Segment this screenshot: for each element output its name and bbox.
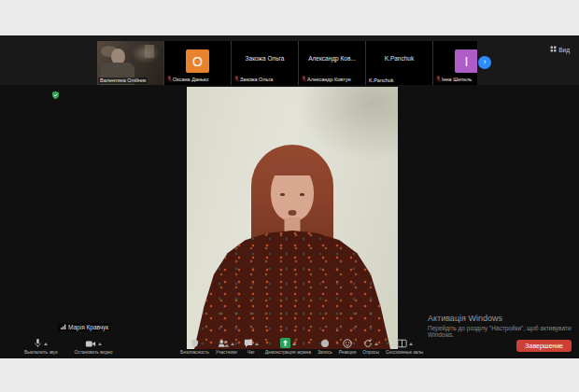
view-button-label: Вид (558, 47, 570, 53)
breakout-rooms-button-label: Сессионные залы (386, 349, 423, 356)
security-button[interactable]: Безопасность (180, 338, 209, 356)
participant-name: Александр Ковтун (307, 77, 350, 83)
participant-tile[interactable]: Валентина Олійник (97, 41, 163, 85)
breakout-rooms-button[interactable]: Сессионные залы (386, 338, 423, 356)
participant-name: Інна Шепель (442, 77, 472, 83)
participant-name: K.Panchuk (369, 77, 394, 84)
share-screen-button[interactable]: Демонстрация экрана (265, 338, 311, 356)
participant-tile[interactable]: K.Panchuk K.Panchuk (366, 41, 432, 85)
chevron-up-icon[interactable] (292, 343, 296, 345)
encryption-shield-icon[interactable] (51, 87, 60, 104)
audio-signal-icon (61, 324, 66, 330)
participant-name: Закожа Ольга (240, 77, 273, 83)
reactions-button[interactable]: Реакции (339, 338, 357, 356)
record-button[interactable]: Запись (318, 338, 332, 356)
muted-mic-icon (167, 76, 172, 84)
participant-filmstrip: Валентина Олійник O Оксана Данько Закожа… (97, 41, 477, 85)
meeting-toolbar: Выключить звук Остановить видео (0, 334, 579, 356)
participant-center-name: Закожа Ольга (232, 55, 298, 62)
participant-name: Валентина Олійник (100, 77, 146, 84)
view-button[interactable]: Вид (550, 46, 570, 53)
participant-name-badge: Закожа Ольга (233, 76, 275, 84)
stop-video-button-label: Остановить видео (75, 349, 113, 356)
chat-button-label: Чат (247, 349, 255, 356)
chevron-up-icon[interactable] (231, 343, 234, 345)
watermark-title: Активація Windows (428, 314, 579, 323)
mute-button-label: Выключить звук (24, 349, 58, 356)
end-meeting-button[interactable]: Завершение (516, 340, 572, 352)
avatar: O (186, 49, 209, 73)
participant-tile[interactable]: Закожа Ольга Закожа Ольга (232, 41, 298, 85)
chevron-up-icon[interactable] (255, 343, 259, 345)
active-speaker-name: Марія Кравчук (68, 324, 108, 330)
participant-tile[interactable]: Александр Ков... Александр Ковтун (299, 41, 365, 85)
polls-button-label: Опросы (362, 349, 379, 356)
grid-view-icon (550, 46, 557, 53)
share-screen-button-label: Демонстрация экрана (265, 349, 311, 356)
participants-button[interactable]: Участники (216, 338, 237, 356)
participant-name-badge: Александр Ковтун (300, 76, 352, 84)
muted-mic-icon (302, 76, 306, 84)
participant-name-badge: Інна Шепель (434, 76, 473, 84)
participant-name-badge: Валентина Олійник (98, 77, 148, 84)
reactions-button-label: Реакции (339, 349, 357, 356)
muted-mic-icon (436, 76, 441, 84)
speaker-sweater (194, 231, 390, 349)
desktop: { "top_bar": { "view_label": "Вид" }, "f… (0, 0, 579, 392)
participant-center-name: K.Panchuk (366, 55, 432, 62)
mute-button[interactable]: Выключить звук (24, 338, 58, 356)
participant-name-badge: K.Panchuk (367, 77, 396, 84)
active-speaker-video[interactable] (187, 87, 398, 349)
participants-button-label: Участники (216, 349, 237, 356)
avatar: I (455, 49, 477, 73)
chat-button[interactable]: Чат (244, 338, 259, 356)
participant-name: Оксана Данько (173, 77, 208, 83)
polls-button[interactable]: Опросы (362, 338, 379, 356)
main-stage: Марія Кравчук Активація Windows Перейдіт… (0, 85, 579, 358)
chevron-up-icon[interactable] (409, 343, 413, 345)
active-speaker-label: Марія Кравчук (58, 323, 111, 331)
participant-center-name: Александр Ков... (299, 55, 365, 62)
participant-tile[interactable]: O Оксана Данько (164, 41, 231, 85)
zoom-meeting-window: Валентина Олійник O Оксана Данько Закожа… (0, 35, 579, 358)
stop-video-button[interactable]: Остановить видео (75, 338, 113, 356)
muted-mic-icon (234, 76, 239, 84)
participant-name-badge: Оксана Данько (165, 76, 210, 84)
participant-tile[interactable]: I Інна Шепель (433, 41, 477, 85)
next-participants-arrow-icon[interactable]: › (478, 56, 491, 69)
chevron-up-icon[interactable] (44, 343, 48, 345)
chevron-up-icon[interactable] (374, 343, 378, 345)
record-button-label: Запись (318, 349, 332, 356)
security-button-label: Безопасность (180, 349, 209, 356)
chevron-up-icon[interactable] (98, 343, 102, 345)
